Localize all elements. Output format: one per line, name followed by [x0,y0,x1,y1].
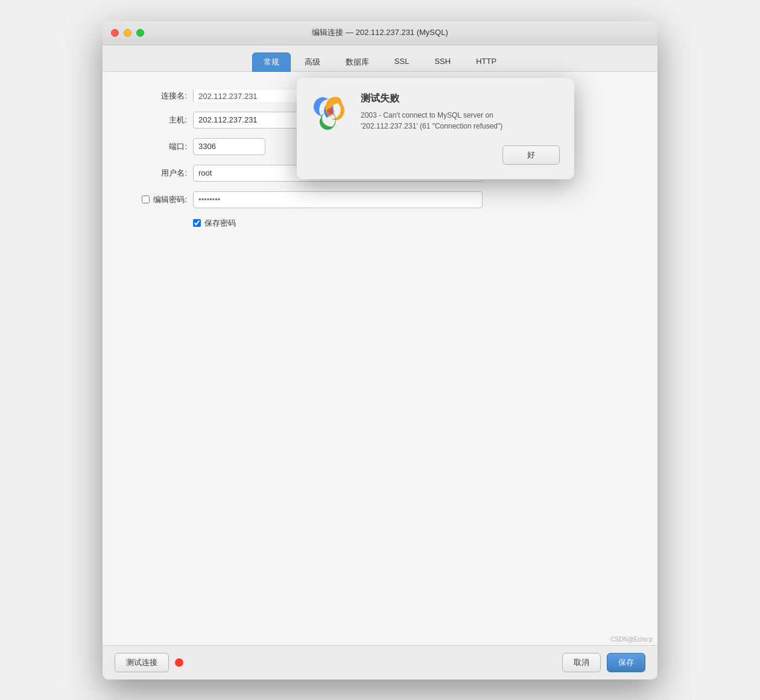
dialog-ok-button[interactable]: 好 [502,145,560,165]
traffic-lights [111,29,144,37]
connection-status-dot [175,658,183,667]
dialog-buttons: 好 [311,145,560,165]
tab-ssh[interactable]: SSH [423,52,462,72]
tab-advanced[interactable]: 高级 [293,52,332,72]
dialog-body: 测试失败 2003 - Can't connect to MySQL serve… [311,92,560,133]
navicat-logo-icon [311,92,350,133]
title-bar: 编辑连接 — 202.112.237.231 (MySQL) [103,21,657,45]
bottom-right: 取消 保存 [562,653,645,672]
tab-ssl[interactable]: SSL [383,52,421,72]
bottom-bar: 测试连接 取消 保存 [103,645,657,679]
save-button[interactable]: 保存 [607,653,645,672]
tab-general[interactable]: 常规 [252,52,291,72]
dialog-title: 测试失败 [361,92,560,105]
bottom-left: 测试连接 [115,653,183,672]
main-window: 编辑连接 — 202.112.237.231 (MySQL) 常规 高级 数据库… [103,21,657,679]
tab-http[interactable]: HTTP [464,52,508,72]
dialog-message: 2003 - Can't connect to MySQL server on'… [361,110,560,132]
error-dialog: 测试失败 2003 - Can't connect to MySQL serve… [297,78,574,179]
dialog-overlay: 测试失败 2003 - Can't connect to MySQL serve… [103,72,657,645]
close-button[interactable] [111,29,119,37]
test-connection-button[interactable]: 测试连接 [115,653,169,672]
maximize-button[interactable] [136,29,144,37]
cancel-button[interactable]: 取消 [562,653,601,672]
tabs-bar: 常规 高级 数据库 SSL SSH HTTP [103,45,657,72]
svg-point-0 [327,108,334,115]
window-title: 编辑连接 — 202.112.237.231 (MySQL) [312,27,448,38]
tab-database[interactable]: 数据库 [334,52,381,72]
form-content: 测试失败 2003 - Can't connect to MySQL serve… [103,72,657,645]
minimize-button[interactable] [124,29,131,37]
dialog-text-area: 测试失败 2003 - Can't connect to MySQL serve… [361,92,560,132]
